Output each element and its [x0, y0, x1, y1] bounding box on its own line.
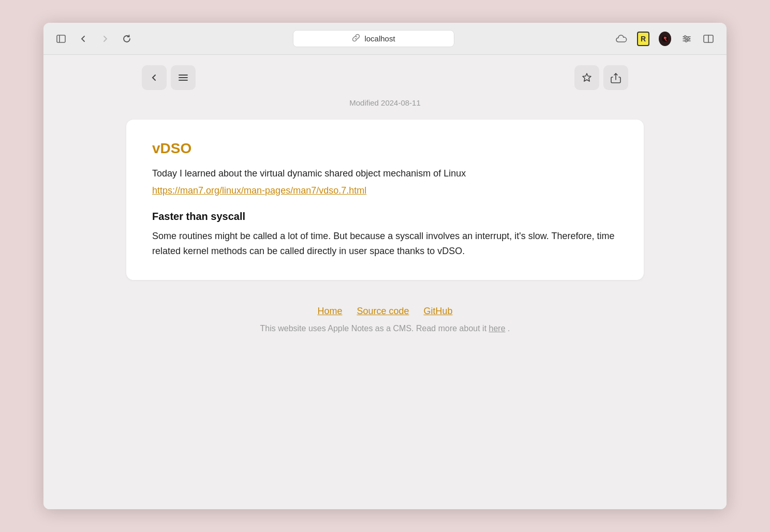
svg-point-8: [687, 38, 689, 40]
r-badge: R: [637, 32, 649, 46]
reader-back-button[interactable]: [142, 65, 167, 90]
link-icon: [352, 34, 360, 43]
github-link[interactable]: GitHub: [424, 306, 453, 317]
split-view-button[interactable]: [700, 30, 717, 48]
bookmark-button[interactable]: [574, 65, 599, 90]
article-link[interactable]: https://man7.org/linux/man-pages/man7/vd…: [152, 185, 618, 196]
svg-rect-0: [57, 35, 65, 42]
dark-circle-button[interactable]: [656, 30, 674, 48]
page-footer: Home Source code GitHub This website use…: [260, 306, 510, 333]
article-title: vDSO: [152, 140, 618, 157]
cloud-button[interactable]: [613, 30, 630, 48]
chrome-right-icons: R: [613, 30, 717, 48]
refresh-button[interactable]: [119, 32, 135, 46]
browser-body: Modified 2024-08-11 vDSO Today I learned…: [43, 55, 727, 509]
article-card: vDSO Today I learned about the virtual d…: [126, 120, 644, 280]
share-button[interactable]: [603, 65, 628, 90]
reader-toolbar-left: [142, 65, 196, 90]
r-badge-button[interactable]: R: [634, 30, 652, 48]
controls-button[interactable]: [678, 30, 695, 48]
article-intro: Today I learned about the virtual dynami…: [152, 166, 618, 181]
svg-point-7: [684, 36, 686, 38]
sidebar-toggle-button[interactable]: [53, 32, 69, 46]
article-section-title: Faster than syscall: [152, 211, 618, 223]
svg-point-9: [685, 40, 687, 42]
browser-chrome: localhost R: [43, 23, 727, 55]
source-code-link[interactable]: Source code: [357, 306, 409, 317]
svg-marker-15: [583, 73, 591, 81]
footer-note: This website uses Apple Notes as a CMS. …: [260, 324, 510, 333]
footer-links: Home Source code GitHub: [260, 306, 510, 317]
dark-circle-icon: [659, 32, 671, 46]
reader-toolbar-right: [574, 65, 628, 90]
home-link[interactable]: Home: [317, 306, 342, 317]
article-section-body: Some routines might be called a lot of t…: [152, 229, 618, 259]
forward-button[interactable]: [97, 32, 113, 46]
address-bar[interactable]: localhost: [293, 30, 454, 47]
reader-toolbar: [100, 65, 670, 90]
modified-date: Modified 2024-08-11: [349, 98, 421, 107]
back-button[interactable]: [76, 32, 91, 46]
here-link[interactable]: here: [489, 324, 506, 333]
address-text: localhost: [364, 34, 395, 43]
toc-button[interactable]: [171, 65, 196, 90]
browser-window: localhost R: [43, 23, 727, 509]
